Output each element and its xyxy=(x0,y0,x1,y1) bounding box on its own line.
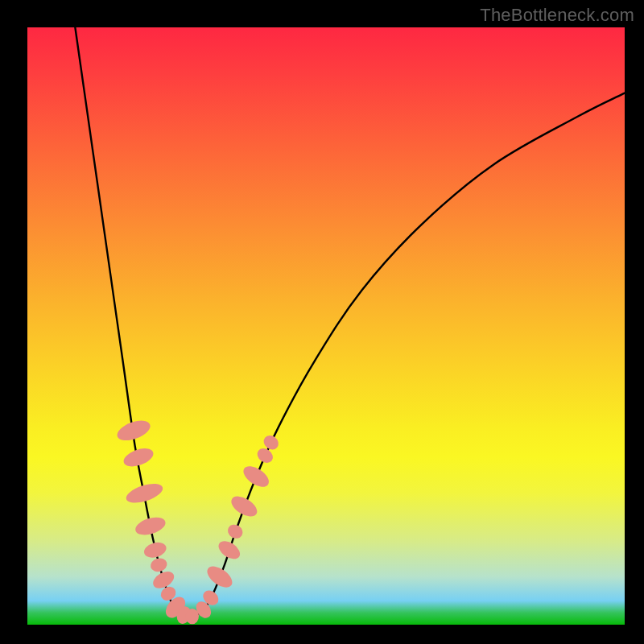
chart-container: TheBottleneck.com xyxy=(0,0,644,644)
marker-3 xyxy=(134,514,168,539)
marker-14 xyxy=(216,538,244,563)
marker-4 xyxy=(142,540,168,560)
curve-left-curve xyxy=(75,27,183,616)
marker-15 xyxy=(225,522,246,541)
curve-right-curve xyxy=(195,93,625,616)
watermark-label: TheBottleneck.com xyxy=(480,5,634,26)
marker-5 xyxy=(149,556,168,573)
marker-2 xyxy=(124,480,165,506)
marker-16 xyxy=(228,492,260,520)
marker-13 xyxy=(204,562,236,592)
marker-17 xyxy=(240,462,272,491)
plot-area xyxy=(27,27,625,625)
plot-svg xyxy=(27,27,625,625)
